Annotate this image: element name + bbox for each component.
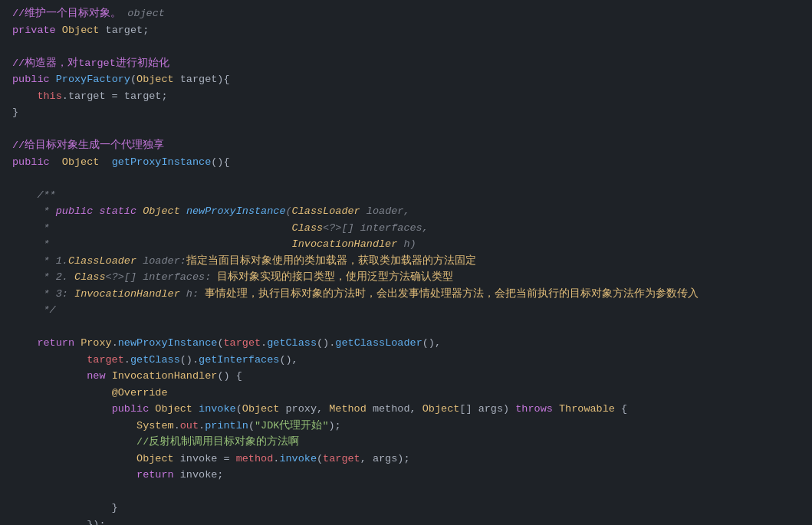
var-out: out: [180, 418, 199, 435]
code-line-22: target.getClass().getInterfaces(),: [0, 353, 812, 369]
type-system: System: [136, 418, 174, 435]
javadoc-class: Class: [292, 221, 324, 237]
method-getinterfaces: getInterfaces: [199, 353, 279, 369]
keyword-new-23: new: [87, 369, 105, 385]
javadoc-ih2: InvocationHandler: [74, 287, 180, 303]
code-line-10: public Object getProxyInstance(){: [0, 155, 812, 172]
space: [56, 23, 62, 39]
code-line-29: return invoke;: [0, 468, 812, 484]
keyword-throws: throws: [515, 402, 553, 418]
keyword-public-10: public: [12, 155, 50, 171]
javadoc-method: newProxyInstance: [186, 204, 286, 220]
string-jdk: "JDK代理开始": [255, 418, 329, 435]
code-line-27: //反射机制调用目标对象的方法啊: [0, 435, 812, 451]
method-invoke-25: invoke: [199, 402, 236, 418]
type-object-proxy: Object: [242, 402, 280, 418]
code-line-17: * 2. Class<?>[] interfaces: 目标对象实现的接口类型，…: [0, 270, 812, 287]
var-target-28: target: [323, 451, 360, 468]
method-println: println: [205, 418, 248, 435]
javadoc-object: Object: [143, 204, 180, 220]
var-target-22: target: [87, 353, 124, 369]
code-line-18: * 3: InvocationHandler h: 事情处理，执行目标对象的方法…: [0, 287, 812, 304]
code-line-21: return Proxy.newProxyInstance(target.get…: [0, 336, 812, 353]
code-line-1: //维护一个目标对象。 object: [0, 6, 812, 23]
method-newproxyinstance: newProxyInstance: [118, 336, 218, 352]
var-method: method: [236, 451, 274, 468]
keyword-this: this: [37, 89, 61, 105]
javadoc-public: public: [56, 204, 94, 220]
javadoc-cl2: ClassLoader: [68, 254, 136, 270]
javadoc-classloader: ClassLoader: [292, 204, 360, 220]
var-target-21: target: [223, 336, 261, 352]
javadoc-cn-2: 目标对象实现的接口类型，使用泛型方法确认类型: [211, 270, 453, 286]
code-line-2: private Object target;: [0, 23, 812, 40]
code-line-26: System.out.println("JDK代理开始");: [0, 418, 812, 435]
code-line-23: new InvocationHandler() {: [0, 369, 812, 386]
type-invocationhandler: InvocationHandler: [112, 369, 218, 385]
keyword-public-5: public: [12, 72, 50, 88]
code-line-4: //构造器，对target进行初始化: [0, 56, 812, 73]
code-line-14: * Class<?>[] interfaces,: [0, 221, 812, 238]
javadoc-cn-3: 事情处理，执行目标对象的方法时，会出发事情处理器方法，会把当前执行的目标对象方法…: [199, 287, 699, 303]
method-getclassloader: getClassLoader: [335, 336, 422, 352]
comment-text-9: //给目标对象生成一个代理独享: [12, 138, 164, 154]
keyword-return-21: return: [37, 336, 74, 352]
code-line-20: [0, 320, 812, 336]
type-object: Object: [62, 23, 100, 39]
javadoc-start: /**: [37, 188, 55, 204]
method-getclass-21: getClass: [267, 336, 317, 352]
type-object-invoke: Object: [136, 451, 174, 468]
code-line-16: * 1.ClassLoader loader:指定当面目标对象使用的类加载器，获…: [0, 254, 812, 271]
code-line-31: }: [0, 500, 812, 517]
keyword-private: private: [12, 23, 56, 39]
keyword-return-29: return: [136, 468, 174, 484]
code-line-13: * public static Object newProxyInstance(…: [0, 204, 812, 221]
comment-text-1b: object: [121, 6, 165, 22]
code-line-7: }: [0, 105, 812, 122]
javadoc-class2: Class: [74, 270, 106, 286]
code-line-25: public Object invoke(Object proxy, Metho…: [0, 402, 812, 418]
javadoc-space: [93, 204, 99, 220]
code-editor: //维护一个目标对象。 object private Object target…: [0, 0, 812, 525]
comment-text-4: //构造器，对target进行初始化: [12, 56, 169, 72]
annotation-override: @Override: [112, 386, 168, 402]
code-line-5: public ProxyFactory(Object target){: [0, 72, 812, 89]
type-method: Method: [329, 402, 367, 418]
comment-cn-reflect: //反射机制调用目标对象的方法啊: [136, 435, 299, 451]
code-line-32: });: [0, 517, 812, 526]
javadoc-end: */: [44, 303, 56, 319]
code-line-24: @Override: [0, 386, 812, 402]
keyword-public-25: public: [112, 402, 150, 418]
method-proxyfactory: ProxyFactory: [56, 72, 130, 88]
type-object-10: Object: [62, 155, 100, 171]
method-invoke-28: invoke: [279, 451, 317, 468]
type-object-25: Object: [155, 402, 192, 418]
code-line-28: Object invoke = method.invoke(target, ar…: [0, 451, 812, 468]
code-line-30: [0, 484, 812, 501]
var-target: target;: [99, 23, 149, 39]
javadoc-star-3: *: [44, 237, 292, 253]
javadoc-static: static: [99, 204, 136, 220]
javadoc-star-6: * 3:: [44, 287, 75, 303]
javadoc-invocationhandler: InvocationHandler: [292, 237, 398, 253]
code-line-9: //给目标对象生成一个代理独享: [0, 138, 812, 155]
method-getclass-22: getClass: [130, 353, 180, 369]
code-line-19: */: [0, 303, 812, 320]
code-line-11: [0, 171, 812, 188]
comment-text-1: //维护一个目标对象。: [12, 6, 121, 22]
code-line-3: [0, 39, 812, 56]
type-object-5: Object: [136, 72, 174, 88]
javadoc-star-1: *: [44, 204, 56, 220]
method-getproxyinstance: getProxyInstance: [112, 155, 212, 171]
code-line-6: this.target = target;: [0, 89, 812, 106]
type-throwable: Throwable: [559, 402, 615, 418]
code-line-15: * InvocationHandler h): [0, 237, 812, 254]
type-object-args: Object: [422, 402, 460, 418]
code-line-8: [0, 122, 812, 139]
javadoc-star-4: * 1.: [44, 254, 68, 270]
type-proxy: Proxy: [81, 336, 112, 352]
javadoc-cn-1: 指定当面目标对象使用的类加载器，获取类加载器的方法固定: [186, 254, 476, 270]
javadoc-star-2: *: [44, 221, 292, 237]
javadoc-star-5: * 2.: [44, 270, 75, 286]
code-line-12: /**: [0, 188, 812, 205]
